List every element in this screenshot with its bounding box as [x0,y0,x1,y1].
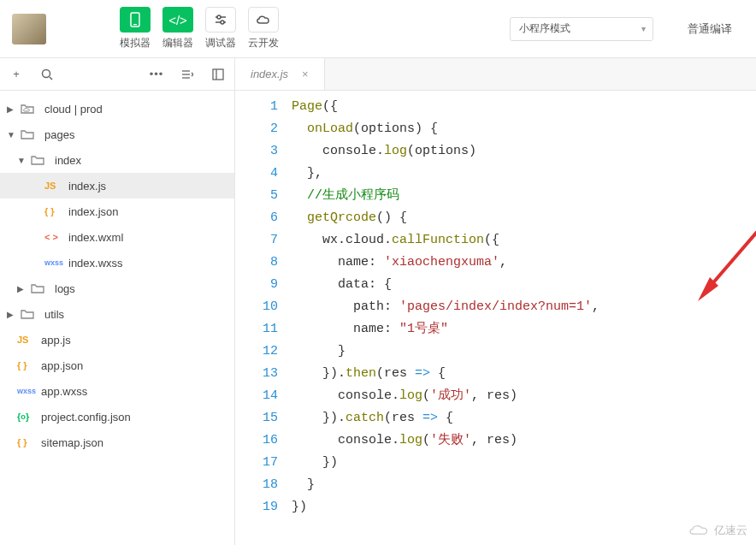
tree-folder-utils[interactable]: ▶utils [0,301,234,327]
file-tree: ▶cloud | prod ▼pages ▼index JSindex.js {… [0,91,234,455]
tree-file-index-wxml[interactable]: < >index.wxml [0,224,234,250]
watermark-text: 亿速云 [714,523,747,538]
phone-icon [120,7,151,33]
tree-file-index-wxss[interactable]: wxssindex.wxss [0,250,234,275]
editor-label: 编辑器 [162,36,193,50]
svg-rect-1 [133,24,137,25]
mode-select[interactable]: 小程序模式 [510,17,653,41]
collapse-icon[interactable] [180,67,195,82]
code-icon: </> [162,7,193,33]
avatar[interactable] [12,14,46,44]
add-icon[interactable]: + [9,67,24,82]
tree-file-index-json[interactable]: { }index.json [0,198,234,224]
chevron-down-icon: ▼ [7,130,15,139]
tree-file-index-js[interactable]: JSindex.js [0,173,234,198]
sidebar-actions: + ••• [0,58,234,91]
tree-file-app-json[interactable]: { }app.json [0,352,234,378]
cloud-icon [248,7,279,33]
more-icon[interactable]: ••• [149,67,164,82]
top-toolbar: 模拟器 </> 编辑器 调试器 云开发 小程序模式 普通编译 [0,0,756,58]
gutter: 12345678910111213141516171819 [235,96,292,545]
tree-folder-cloud[interactable]: ▶cloud | prod [0,96,234,121]
tree-file-app-wxss[interactable]: wxssapp.wxss [0,378,234,404]
folder-icon [31,155,50,165]
chevron-right-icon: ▶ [17,284,26,293]
tree-file-app-js[interactable]: JSapp.js [0,327,234,352]
main: + ••• ▶cloud | prod ▼pages ▼index JSinde… [0,58,756,545]
debugger-label: 调试器 [205,36,236,50]
compile-label[interactable]: 普通编译 [688,21,732,37]
config-icon: {o} [17,412,36,422]
chevron-right-icon: ▶ [7,310,15,319]
settings-icon [205,7,236,33]
editor-pane: index.js × 12345678910111213141516171819… [235,58,756,545]
search-icon[interactable] [39,67,55,82]
tab-title: index.js [251,68,288,80]
json-icon: { } [44,206,63,216]
tab-index-js[interactable]: index.js × [235,58,325,90]
sidebar: + ••• ▶cloud | prod ▼pages ▼index JSinde… [0,58,235,545]
tab-bar: index.js × [235,58,756,91]
panel-icon[interactable] [210,67,226,82]
simulator-label: 模拟器 [120,36,151,50]
tree-file-sitemap[interactable]: { }sitemap.json [0,429,234,455]
tree-file-project-config[interactable]: {o}project.config.json [0,404,234,429]
json-icon: { } [17,437,36,447]
editor-button[interactable]: </> 编辑器 [162,7,193,50]
folder-icon [21,309,39,319]
folder-cloud-icon [21,104,39,114]
tree-folder-pages[interactable]: ▼pages [0,121,234,147]
svg-line-7 [50,77,52,80]
cloud-button[interactable]: 云开发 [248,7,279,50]
svg-point-6 [43,69,50,77]
svg-point-5 [221,21,224,24]
code-editor[interactable]: 12345678910111213141516171819 Page({ onL… [235,91,756,545]
watermark: 亿速云 [687,523,747,538]
mode-value: 小程序模式 [519,21,570,36]
tree-folder-index[interactable]: ▼index [0,147,234,173]
js-icon: JS [44,181,63,191]
svg-point-3 [217,15,221,19]
svg-rect-11 [213,69,223,80]
wxss-icon: wxss [17,387,36,395]
json-icon: { } [17,360,36,370]
wxss-icon: wxss [44,258,63,267]
tree-folder-logs[interactable]: ▶logs [0,275,234,301]
js-icon: JS [17,335,36,345]
wxml-icon: < > [44,232,63,242]
chevron-down-icon: ▼ [17,156,26,165]
folder-icon [21,129,39,139]
tool-group: 模拟器 </> 编辑器 调试器 云开发 [120,7,279,50]
folder-icon [31,283,50,293]
close-icon[interactable]: × [302,68,309,80]
debugger-button[interactable]: 调试器 [205,7,236,50]
code-content[interactable]: Page({ onLoad(options) { console.log(opt… [292,96,756,545]
simulator-button[interactable]: 模拟器 [120,7,151,50]
chevron-right-icon: ▶ [7,104,15,114]
cloud-label: 云开发 [248,36,279,50]
